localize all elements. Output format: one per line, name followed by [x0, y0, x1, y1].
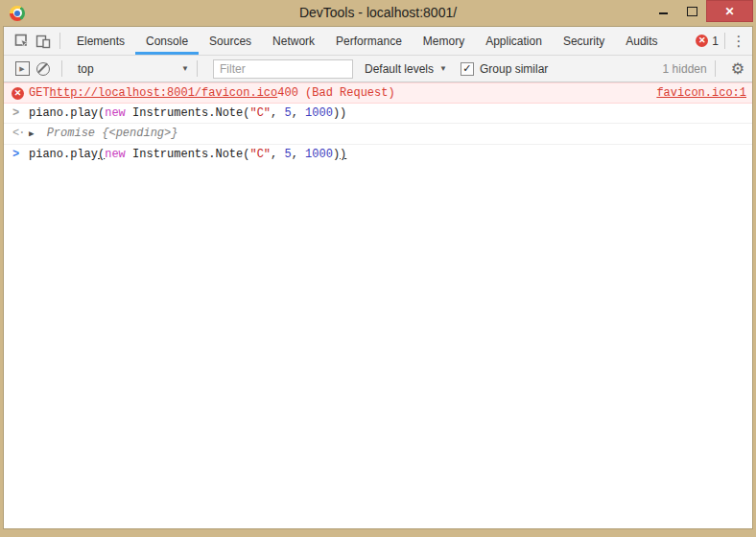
main-menu-kebab-icon[interactable]: ⋮ — [731, 33, 746, 50]
tab-sources[interactable]: Sources — [199, 27, 262, 55]
console-result-row: <· ▶ Promise {<pending>} — [4, 124, 752, 145]
devtools-window: DevTools - localhost:8001/ ✕ E — [0, 0, 756, 537]
tab-audits[interactable]: Audits — [615, 27, 668, 55]
console-toolbar: ▶ top ▼ Default levels ▼ ✓ Group similar… — [4, 56, 752, 82]
tab-memory[interactable]: Memory — [413, 27, 475, 55]
output-arrow-icon: <· — [12, 127, 24, 140]
console-settings-gear-icon[interactable]: ⚙ — [731, 61, 744, 77]
console-sidebar-icon: ▶ — [15, 61, 30, 76]
hidden-messages-count: 1 hidden — [663, 62, 707, 76]
chevron-down-icon: ▼ — [181, 64, 189, 73]
close-icon: ✕ — [724, 5, 734, 18]
titlebar[interactable]: DevTools - localhost:8001/ ✕ — [0, 0, 756, 26]
error-badge-icon: ✕ — [696, 35, 708, 47]
console-command-row: > piano.play(new Instruments.Note("C", 5… — [4, 104, 752, 124]
window-controls: ✕ — [649, 0, 753, 26]
window-title: DevTools - localhost:8001/ — [0, 0, 756, 26]
inspect-element-button[interactable] — [12, 31, 33, 52]
log-levels-dropdown[interactable]: Default levels ▼ — [365, 62, 447, 76]
console-messages: ✕ GET http://localhost:8001/favicon.ico … — [4, 82, 752, 528]
chevron-down-icon: ▼ — [439, 64, 447, 73]
separator — [724, 33, 725, 49]
separator — [61, 60, 62, 77]
group-similar-label: Group similar — [480, 62, 548, 76]
error-source-link[interactable]: favicon.ico:1 — [656, 86, 746, 100]
inspect-cursor-icon — [14, 34, 30, 49]
separator — [715, 60, 716, 77]
chrome-logo-icon — [10, 6, 25, 21]
panel-tabbar: Elements Console Sources Network Perform… — [4, 27, 752, 56]
error-badge-count: 1 — [712, 35, 719, 48]
tab-network[interactable]: Network — [262, 27, 325, 55]
maximize-button[interactable] — [677, 0, 706, 21]
minimize-button[interactable] — [649, 0, 677, 21]
console-prompt-row[interactable]: > piano.play(new Instruments.Note("C", 5… — [4, 145, 752, 164]
execution-context-dropdown[interactable]: top ▼ — [78, 62, 189, 76]
error-icon: ✕ — [12, 87, 24, 100]
console-sidebar-button[interactable]: ▶ — [12, 58, 33, 80]
command-chevron-icon: > — [12, 106, 19, 120]
separator — [197, 60, 198, 77]
console-error-row: ✕ GET http://localhost:8001/favicon.ico … — [4, 82, 752, 104]
device-toolbar-button[interactable] — [33, 31, 54, 52]
error-count-badge[interactable]: ✕ 1 — [696, 35, 719, 48]
prompt-chevron-icon: > — [12, 148, 19, 161]
result-value: Promise {<pending>} — [47, 127, 178, 140]
tab-elements[interactable]: Elements — [66, 27, 135, 55]
minimize-icon — [659, 12, 668, 14]
separator — [59, 33, 60, 49]
tab-console[interactable]: Console — [135, 27, 199, 55]
levels-label: Default levels — [365, 62, 434, 76]
devtools-frame: Elements Console Sources Network Perform… — [3, 26, 753, 529]
tab-security[interactable]: Security — [553, 27, 615, 55]
tab-performance[interactable]: Performance — [325, 27, 413, 55]
clear-console-icon — [36, 62, 50, 76]
filter-input[interactable] — [213, 59, 353, 79]
maximize-icon — [687, 7, 697, 16]
error-url-link[interactable]: http://localhost:8001/favicon.ico — [50, 86, 278, 100]
expand-triangle-icon[interactable]: ▶ — [29, 129, 34, 139]
group-similar-checkbox[interactable]: ✓ — [461, 62, 474, 76]
console-empty-area[interactable] — [4, 164, 752, 528]
clear-console-button[interactable] — [33, 58, 54, 80]
error-status: 400 (Bad Request) — [277, 86, 394, 100]
context-selected-value: top — [78, 62, 94, 76]
device-toolbar-icon — [35, 34, 51, 49]
tab-application[interactable]: Application — [475, 27, 553, 55]
error-method: GET — [29, 86, 50, 100]
close-button[interactable]: ✕ — [706, 0, 753, 22]
